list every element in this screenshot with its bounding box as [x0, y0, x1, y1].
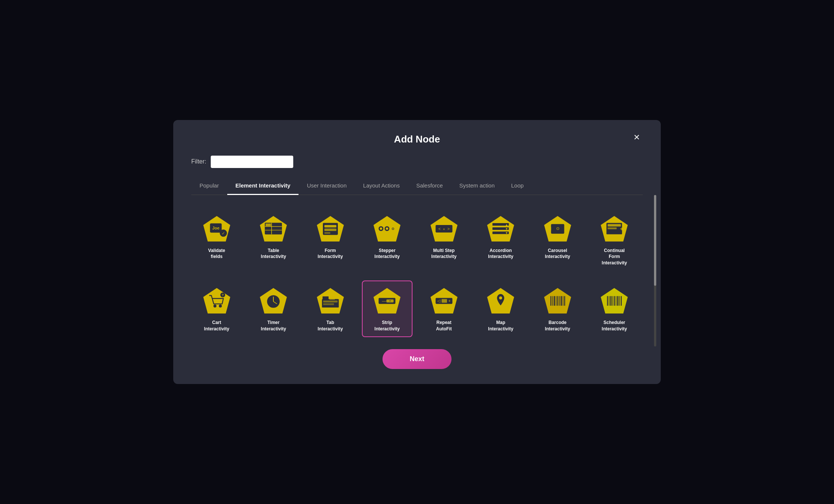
close-button[interactable]: × — [631, 130, 643, 144]
next-button[interactable]: Next — [382, 349, 451, 369]
node-timer-interactivity[interactable]: TimerInteractivity — [248, 280, 299, 338]
svg-text:≡: ≡ — [443, 227, 445, 231]
cart-interactivity-icon: ? — [202, 286, 232, 316]
svg-rect-75 — [552, 296, 553, 306]
svg-text:?: ? — [222, 293, 224, 297]
node-label: FormInteractivity — [318, 248, 343, 260]
node-tab-interactivity[interactable]: TabInteractivity — [305, 280, 356, 338]
scrollbar-thumb[interactable] — [654, 195, 656, 286]
svg-rect-89 — [616, 296, 616, 306]
svg-rect-10 — [266, 224, 271, 226]
node-cart-interactivity[interactable]: ? CartInteractivity — [191, 280, 242, 338]
node-map-interactivity[interactable]: MapInteractivity — [476, 280, 526, 338]
node-label: MapInteractivity — [488, 320, 513, 332]
tab-salesforce[interactable]: Salesforce — [408, 178, 451, 195]
node-form-interactivity[interactable]: FormInteractivity — [305, 208, 356, 272]
node-table-interactivity[interactable]: TableInteractivity — [248, 208, 299, 272]
node-barcode-interactivity[interactable]: BarcodeInteractivity — [532, 280, 583, 338]
filter-input[interactable] — [211, 156, 293, 168]
accordion-interactivity-icon: ▲ ▼ ▼ — [486, 214, 516, 244]
svg-rect-81 — [562, 296, 563, 306]
node-accordion-interactivity[interactable]: ▲ ▼ ▼ AccordionInteractivity — [476, 208, 526, 272]
svg-point-72 — [499, 296, 502, 299]
node-strip-interactivity[interactable]: — + StripInteractivity — [362, 280, 413, 338]
svg-text:◁: ◁ — [437, 298, 441, 303]
svg-rect-78 — [557, 296, 558, 306]
svg-rect-90 — [617, 296, 618, 306]
multi-step-interactivity-icon: < ≡ > — [429, 214, 459, 244]
svg-rect-88 — [614, 296, 615, 306]
node-label: StripInteractivity — [375, 320, 400, 332]
node-label: TabInteractivity — [318, 320, 343, 332]
svg-rect-56 — [322, 299, 339, 307]
node-label: TimerInteractivity — [261, 320, 286, 332]
tab-element-interactivity[interactable]: Element Interactivity — [227, 178, 299, 195]
svg-rect-82 — [564, 296, 565, 306]
tab-interactivity-icon — [315, 286, 345, 316]
node-label: Validatefields — [208, 248, 225, 260]
continual-form-interactivity-icon — [599, 214, 629, 244]
svg-rect-69 — [441, 299, 447, 303]
node-label: CartInteractivity — [204, 320, 229, 332]
node-label: TableInteractivity — [261, 248, 286, 260]
svg-text:▷: ▷ — [564, 226, 568, 230]
svg-rect-13 — [324, 225, 336, 227]
svg-rect-76 — [554, 296, 555, 306]
svg-text:◁: ◁ — [548, 226, 551, 230]
node-continual-form-interactivity[interactable]: ContinualFormInteractivity — [589, 208, 640, 272]
svg-point-48 — [219, 304, 222, 308]
node-repeat-autofit[interactable]: ◁ + RepeatAutoFit — [418, 280, 470, 338]
barcode-interactivity-icon — [543, 286, 573, 316]
svg-text:✓: ✓ — [222, 231, 225, 235]
svg-text:<: < — [438, 226, 441, 231]
svg-rect-84 — [607, 296, 608, 306]
tab-loop[interactable]: Loop — [503, 178, 532, 195]
carousel-interactivity-icon: ⊙ ◁ ▷ — [543, 214, 573, 244]
node-multi-step-interactivity[interactable]: < ≡ > Multi StepInteractivity — [418, 208, 470, 272]
svg-rect-60 — [323, 303, 334, 305]
node-label: RepeatAutoFit — [436, 320, 452, 332]
svg-rect-80 — [561, 296, 562, 306]
svg-text:—: — — [382, 298, 387, 303]
node-carousel-interactivity[interactable]: ⊙ ◁ ▷ CarouselInteractivity — [532, 208, 583, 272]
tab-popular[interactable]: Popular — [191, 178, 227, 195]
nodes-grid: Joe ✓ Validatefields — [191, 208, 643, 338]
table-interactivity-icon — [258, 214, 288, 244]
node-label: Multi StepInteractivity — [431, 248, 456, 260]
tab-layout-actions[interactable]: Layout Actions — [355, 178, 408, 195]
scrollbar[interactable] — [654, 195, 656, 347]
svg-rect-44 — [608, 224, 621, 226]
node-scheduler-interactivity[interactable]: SchedulerInteractivity — [589, 280, 640, 338]
node-label: CarouselInteractivity — [545, 248, 570, 260]
node-validate-fields[interactable]: Joe ✓ Validatefields — [191, 208, 242, 272]
tab-system-action[interactable]: System action — [451, 178, 503, 195]
modal-header: Add Node × — [191, 134, 643, 145]
strip-interactivity-icon: — + — [372, 286, 402, 316]
svg-rect-77 — [556, 296, 556, 306]
svg-text:Joe: Joe — [212, 226, 219, 230]
svg-text:▲: ▲ — [505, 223, 508, 226]
add-node-modal: Add Node × Filter: Popular Element Inter… — [173, 120, 661, 384]
svg-rect-87 — [612, 296, 613, 306]
node-label: SchedulerInteractivity — [602, 320, 627, 332]
svg-text:>: > — [447, 226, 450, 231]
svg-rect-86 — [610, 296, 612, 306]
svg-rect-15 — [324, 232, 330, 234]
node-stepper-interactivity[interactable]: ⊙ StepperInteractivity — [362, 208, 413, 272]
svg-rect-74 — [550, 296, 551, 306]
svg-point-20 — [386, 227, 388, 230]
form-interactivity-icon — [315, 214, 345, 244]
svg-rect-85 — [609, 296, 610, 306]
tabs-container: Popular Element Interactivity User Inter… — [191, 178, 643, 195]
svg-text:⊙: ⊙ — [556, 226, 559, 230]
svg-text:▼: ▼ — [505, 227, 508, 230]
validate-fields-icon: Joe ✓ — [202, 214, 232, 244]
svg-rect-79 — [559, 296, 560, 306]
svg-text:▼: ▼ — [505, 231, 508, 235]
node-label: StepperInteractivity — [375, 248, 400, 260]
modal-overlay: Add Node × Filter: Popular Element Inter… — [0, 0, 834, 504]
timer-interactivity-icon — [258, 286, 288, 316]
svg-rect-91 — [620, 296, 620, 306]
tab-user-interaction[interactable]: User Interaction — [298, 178, 355, 195]
svg-rect-57 — [322, 296, 328, 300]
